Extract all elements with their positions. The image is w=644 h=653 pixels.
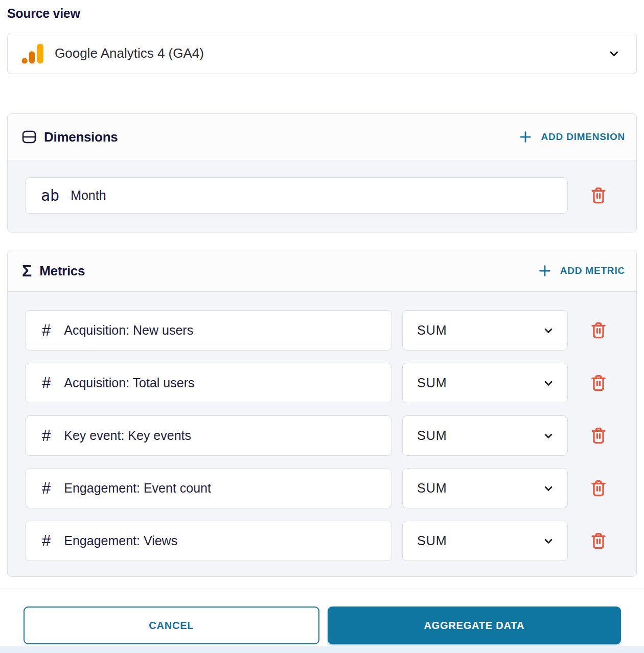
aggregation-select[interactable]: SUM — [402, 310, 568, 351]
dimension-name: Month — [71, 188, 106, 203]
number-type-icon: # — [42, 480, 51, 496]
aggregation-select[interactable]: SUM — [402, 363, 568, 403]
number-type-icon: # — [42, 533, 51, 549]
metrics-header: Σ Metrics ADD METRIC — [8, 250, 636, 291]
delete-metric-button[interactable] — [589, 531, 608, 551]
source-view-select[interactable]: Google Analytics 4 (GA4) — [7, 33, 637, 74]
chevron-down-icon — [542, 429, 555, 442]
number-type-icon: # — [42, 428, 51, 444]
dimensions-title: Dimensions — [44, 129, 118, 145]
plus-icon — [537, 263, 553, 278]
metric-name: Acquisition: New users — [64, 323, 193, 338]
delete-metric-button[interactable] — [589, 320, 608, 341]
metric-name: Engagement: Views — [64, 533, 177, 548]
dimensions-body: ab Month — [8, 160, 636, 232]
delete-metric-button[interactable] — [589, 426, 608, 446]
trash-icon — [590, 321, 607, 340]
metrics-body: # Acquisition: New users SUM — [8, 291, 636, 576]
metric-field[interactable]: # Key event: Key events — [25, 415, 392, 456]
metric-row: # Engagement: Views SUM — [25, 521, 619, 561]
footer-actions: CANCEL AGGREGATE DATA — [0, 589, 644, 644]
metric-name: Acquisition: Total users — [64, 376, 194, 390]
dimension-field[interactable]: ab Month — [25, 177, 568, 214]
sigma-icon: Σ — [22, 263, 32, 279]
bottom-strip — [0, 646, 644, 653]
delete-metric-button[interactable] — [589, 478, 608, 499]
trash-icon — [590, 186, 607, 205]
plus-icon — [518, 129, 533, 145]
metric-field[interactable]: # Engagement: Event count — [25, 468, 392, 508]
text-type-icon: ab — [41, 188, 59, 203]
table-rows-icon — [22, 130, 36, 144]
add-metric-label: ADD METRIC — [560, 265, 625, 276]
aggregate-data-button[interactable]: AGGREGATE DATA — [328, 607, 622, 644]
chevron-down-icon — [542, 324, 555, 337]
metric-row: # Key event: Key events SUM — [25, 415, 619, 456]
dimensions-section: Dimensions ADD DIMENSION ab Month — [7, 113, 637, 232]
google-analytics-icon — [21, 42, 47, 65]
metrics-title: Metrics — [39, 263, 85, 279]
dimension-row: ab Month — [25, 177, 619, 214]
trash-icon — [590, 374, 607, 393]
aggregation-value: SUM — [417, 376, 447, 390]
metric-row: # Acquisition: Total users SUM — [25, 363, 619, 403]
data-source-config-panel: Source view Google Analytics 4 (GA4) — [0, 6, 644, 577]
trash-icon — [590, 531, 607, 551]
number-type-icon: # — [42, 322, 51, 338]
aggregation-value: SUM — [417, 428, 447, 443]
chevron-down-icon — [542, 534, 555, 548]
metric-row: # Engagement: Event count SUM — [25, 468, 619, 508]
delete-metric-button[interactable] — [589, 373, 608, 393]
add-dimension-label: ADD DIMENSION — [541, 131, 625, 143]
chevron-down-icon — [607, 46, 621, 61]
number-type-icon: # — [42, 375, 51, 391]
dimensions-header: Dimensions ADD DIMENSION — [8, 114, 636, 160]
delete-dimension-button[interactable] — [589, 185, 608, 206]
metrics-section: Σ Metrics ADD METRIC # Acquisition: New … — [7, 250, 637, 577]
aggregation-value: SUM — [417, 533, 447, 548]
chevron-down-icon — [542, 377, 555, 390]
add-dimension-button[interactable]: ADD DIMENSION — [518, 129, 625, 145]
chevron-down-icon — [542, 482, 555, 495]
metric-row: # Acquisition: New users SUM — [25, 310, 619, 351]
aggregation-select[interactable]: SUM — [402, 468, 568, 508]
trash-icon — [590, 479, 607, 498]
trash-icon — [590, 426, 607, 446]
metric-name: Engagement: Event count — [64, 481, 211, 496]
cancel-button[interactable]: CANCEL — [24, 607, 319, 644]
aggregation-select[interactable]: SUM — [402, 415, 568, 456]
aggregation-value: SUM — [417, 323, 447, 338]
add-metric-button[interactable]: ADD METRIC — [537, 263, 625, 278]
metric-field[interactable]: # Acquisition: New users — [25, 310, 392, 351]
metric-field[interactable]: # Acquisition: Total users — [25, 363, 392, 403]
aggregation-value: SUM — [417, 481, 447, 496]
metric-name: Key event: Key events — [64, 428, 191, 443]
metric-field[interactable]: # Engagement: Views — [25, 521, 392, 561]
source-view-value: Google Analytics 4 (GA4) — [55, 45, 204, 61]
source-view-label: Source view — [7, 6, 637, 20]
aggregation-select[interactable]: SUM — [402, 521, 568, 561]
